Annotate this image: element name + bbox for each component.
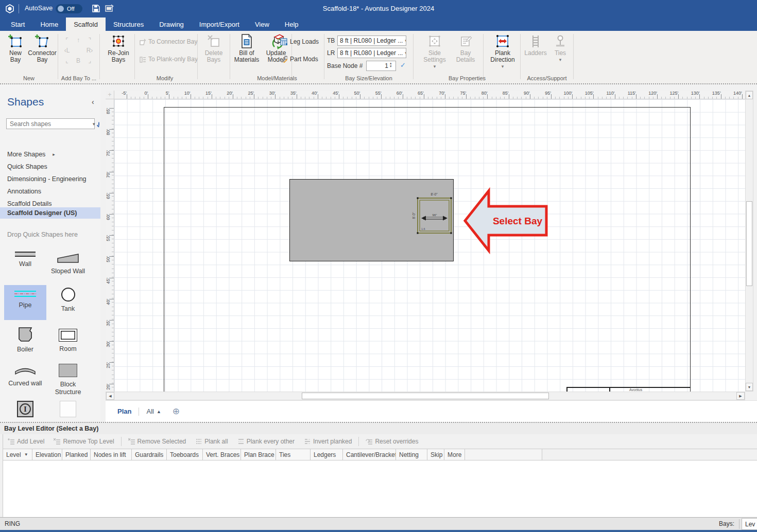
add-bay-up-left-button[interactable]: ⌜ — [61, 35, 73, 45]
select-bay-callout[interactable]: Select Bay — [462, 187, 550, 256]
ruler-tick: 15' — [212, 94, 212, 99]
export-icon[interactable] — [105, 4, 114, 13]
add-bay-left-button[interactable]: ‹L — [61, 45, 73, 56]
column-header-vert-braces[interactable]: Vert. Braces — [203, 449, 241, 460]
column-header-elevation[interactable]: Elevation — [32, 449, 62, 460]
to-plank-only-bay-button[interactable]: To Plank-only Bay — [139, 56, 198, 63]
search-icon[interactable] — [98, 122, 99, 126]
to-connector-bay-button[interactable]: To Connector Bay — [139, 38, 197, 45]
delete-bays-button[interactable]: Delete Bays — [201, 32, 226, 63]
plank-direction-button[interactable]: Plank Direction ▾ — [486, 32, 519, 70]
add-bay-up-right-button[interactable]: ⌝ — [84, 35, 95, 45]
block-structure-shape-icon — [59, 364, 77, 377]
scroll-up-icon[interactable]: ▲ — [746, 91, 753, 99]
horizontal-scroll-thumb[interactable] — [302, 393, 549, 399]
tb-ledger-select[interactable]: 8 ft | RL080 | Ledger ... ▾ — [337, 36, 406, 46]
section-quick-shapes[interactable]: Quick Shapes — [0, 161, 100, 172]
section-more-shapes[interactable]: More Shapes ▸ — [0, 149, 100, 160]
titleblock-left-line — [566, 387, 567, 392]
page-list-icon[interactable]: ▲ — [157, 409, 161, 414]
scroll-down-icon[interactable]: ▼ — [746, 383, 753, 391]
column-header-planked[interactable]: Planked — [62, 449, 91, 460]
section-scaffold-designer-us[interactable]: Scaffold Designer (US) — [0, 207, 100, 219]
save-icon[interactable] — [92, 4, 100, 13]
horizontal-scrollbar[interactable]: ◀ ▶ — [106, 392, 745, 400]
stencil-tank[interactable]: Tank — [47, 283, 89, 313]
part-mods-button[interactable]: Part Mods — [280, 56, 318, 63]
stencil-wall[interactable]: Wall — [4, 247, 46, 268]
stencil-blank[interactable] — [47, 396, 89, 417]
column-header-more[interactable]: More — [444, 449, 465, 460]
connector-bay-icon — [35, 32, 50, 50]
new-bay-button[interactable]: New Bay — [3, 32, 28, 63]
bay-level-table-body[interactable] — [3, 460, 757, 517]
panel-divider[interactable] — [100, 84, 106, 422]
drawing-canvas[interactable]: 8'-0" 8'-0" 96" 1.6 Select Bay Avontus — [114, 99, 745, 392]
add-bay-up-button[interactable]: ↑ — [73, 35, 84, 45]
add-bay-down-left-button[interactable]: ⌞ — [61, 56, 73, 66]
add-bay-right-button[interactable]: R› — [84, 45, 95, 56]
lr-ledger-select[interactable]: 8 ft | RL080 | Ledger ... ▾ — [337, 48, 406, 58]
remove-top-level-button[interactable]: Remove Top Level — [49, 438, 118, 445]
connector-bay-button[interactable]: Connector Bay — [28, 32, 57, 63]
spinner-arrows-icon[interactable]: ▴▾ — [390, 62, 392, 68]
tab-structures[interactable]: Structures — [106, 17, 151, 31]
ladders-button[interactable]: Ladders — [522, 32, 549, 57]
page-tab-all[interactable]: All — [146, 407, 153, 415]
column-header-skip[interactable]: Skip — [427, 449, 444, 460]
search-dropdown-icon[interactable]: ▾ — [93, 121, 95, 127]
tab-view[interactable]: View — [247, 17, 277, 31]
autosave-toggle[interactable]: Off — [56, 4, 82, 13]
vertical-scrollbar[interactable]: ▲ ▼ — [745, 91, 753, 392]
apply-check-icon[interactable]: ✓ — [400, 61, 406, 69]
ties-button[interactable]: Ties ▾ — [550, 32, 571, 63]
column-header-plan-brace[interactable]: Plan Brace — [241, 449, 276, 460]
add-page-icon[interactable]: ⊕ — [173, 406, 180, 417]
remove-selected-button[interactable]: Remove Selected — [124, 438, 191, 445]
reset-overrides-button[interactable]: Reset overrides — [361, 438, 423, 445]
stencil-block-structure[interactable]: Block Structure — [47, 359, 89, 396]
leg-loads-button[interactable]: Leg Loads — [280, 38, 319, 45]
stencil-room[interactable]: Room — [47, 324, 89, 353]
add-bay-down-right-button[interactable]: ⌟ — [84, 56, 95, 66]
side-settings-button[interactable]: Side Settings ▾ — [420, 32, 449, 70]
section-annotations[interactable]: Annotations — [0, 186, 100, 197]
column-header-level[interactable]: Level ▼ — [3, 449, 32, 460]
stencil-sloped-wall[interactable]: Sloped Wall — [47, 247, 89, 275]
tab-import-export[interactable]: Import/Export — [192, 17, 247, 31]
rejoin-bays-button[interactable]: Re-Join Bays — [105, 32, 132, 63]
column-header-toeboards[interactable]: Toeboards — [167, 449, 203, 460]
column-header-ties[interactable]: Ties — [276, 449, 311, 460]
section-dimensioning[interactable]: Dimensioning - Engineering — [0, 173, 100, 185]
stencil-pipe[interactable]: Pipe — [4, 285, 46, 320]
search-input[interactable] — [7, 120, 93, 128]
bay-details-button[interactable]: Bay Details — [451, 32, 480, 63]
vertical-scroll-thumb[interactable] — [746, 201, 752, 286]
add-level-button[interactable]: Add Level — [3, 438, 49, 445]
bill-of-materials-button[interactable]: Bill of Materials — [232, 32, 262, 63]
page-tab-plan[interactable]: Plan — [117, 407, 131, 415]
stencil-steel-beam[interactable]: I — [4, 396, 46, 417]
stencil-curved-wall[interactable]: Curved wall — [4, 359, 46, 387]
scroll-left-icon[interactable]: ◀ — [106, 392, 114, 400]
add-bay-center-spacer — [73, 45, 84, 56]
tab-drawing[interactable]: Drawing — [151, 17, 192, 31]
stencil-boiler[interactable]: Boiler — [4, 322, 46, 353]
column-header-guardrails[interactable]: Guardrails — [132, 449, 167, 460]
plank-all-button[interactable]: Plank all — [191, 438, 232, 445]
column-header-netting[interactable]: Netting — [396, 449, 427, 460]
plank-every-other-button[interactable]: Plank every other — [233, 438, 299, 445]
column-header-ledgers[interactable]: Ledgers — [311, 449, 343, 460]
invert-planked-button[interactable]: Invert planked — [299, 438, 356, 445]
column-header-nodes-in-lift[interactable]: Nodes in lift — [91, 449, 132, 460]
add-bay-down-button[interactable]: B — [73, 56, 84, 66]
collapse-panel-icon[interactable]: ‹ — [92, 98, 94, 106]
tab-start[interactable]: Start — [3, 17, 32, 31]
column-header-cantilever-bracket[interactable]: Cantilever/Bracket — [343, 449, 396, 460]
tab-scaffold[interactable]: Scaffold — [66, 17, 106, 31]
group-label-bay-size: Bay Size/Elevation — [325, 75, 412, 81]
tab-home[interactable]: Home — [32, 17, 66, 31]
scroll-right-icon[interactable]: ▶ — [736, 392, 745, 400]
tab-help[interactable]: Help — [277, 17, 306, 31]
app-logo-icon[interactable] — [4, 3, 15, 14]
